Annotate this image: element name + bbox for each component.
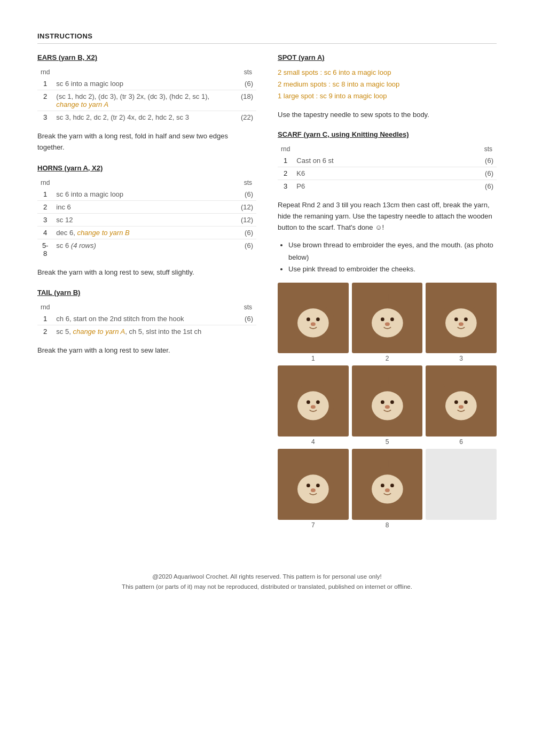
hedgehog-svg bbox=[357, 371, 418, 431]
hedgehog-svg bbox=[431, 288, 491, 348]
instruction-cell: sc 5, change to yarn A, ch 5, slst into … bbox=[53, 325, 235, 338]
svg-point-13 bbox=[390, 317, 394, 321]
spot-bullet-item: 1 large spot : sc 9 into a magic loop bbox=[278, 90, 497, 102]
rnd-num: 2 bbox=[37, 325, 53, 338]
scarf-inst-header bbox=[293, 144, 475, 154]
repeat-text: Repeat Rnd 2 and 3 till you reach 13cm t… bbox=[278, 200, 497, 233]
photo-placeholder bbox=[278, 283, 349, 354]
photo-grid: 1 bbox=[278, 283, 497, 529]
photo-num: 3 bbox=[459, 355, 463, 362]
table-row: 5-8 sc 6 (4 rows) (6) bbox=[37, 239, 256, 260]
photo-num: 6 bbox=[459, 438, 463, 446]
svg-point-44 bbox=[384, 406, 389, 409]
hedgehog-svg bbox=[283, 454, 343, 515]
sts-val bbox=[235, 325, 256, 338]
photo-cell: 7 bbox=[278, 449, 349, 529]
instruction-cell: dec 6, change to yarn B bbox=[53, 226, 235, 239]
tail-title: TAIL (yarn B) bbox=[37, 289, 256, 297]
svg-point-43 bbox=[390, 401, 394, 404]
svg-point-42 bbox=[381, 401, 384, 404]
hedgehog-svg bbox=[431, 371, 491, 431]
sts-val: (6) bbox=[235, 188, 256, 201]
svg-point-63 bbox=[316, 484, 320, 487]
instruction-cell: sc 3, hdc 2, dc 2, (tr 2) 4x, dc 2, hdc … bbox=[53, 111, 235, 124]
rnd-num: 5-8 bbox=[37, 239, 53, 260]
rnd-num: 1 bbox=[37, 188, 53, 201]
photo-num: 8 bbox=[386, 521, 389, 529]
svg-point-34 bbox=[311, 406, 316, 409]
photo-placeholder bbox=[352, 283, 423, 354]
ears-rnd-header: rnd bbox=[37, 67, 53, 77]
spot-bullet-item: 2 small spots : sc 6 into a magic loop bbox=[278, 67, 497, 79]
rnd-num: 1 bbox=[37, 77, 53, 90]
horns-inst-header bbox=[53, 177, 235, 188]
scarf-title: SCARF (yarn C, using Knitting Needles) bbox=[278, 130, 497, 138]
rnd-num: 4 bbox=[37, 226, 53, 239]
footer: @2020 Aquariwool Crochet. All rights res… bbox=[37, 572, 497, 593]
sts-val: (18) bbox=[235, 90, 256, 111]
instruction-cell: ch 6, start on the 2nd stitch from the h… bbox=[53, 313, 235, 325]
instruction-cell: sc 6 into a magic loop bbox=[53, 77, 235, 90]
photo-num: 2 bbox=[386, 355, 389, 362]
svg-point-62 bbox=[307, 484, 310, 487]
horns-break-text: Break the yarn with a long rest to sew, … bbox=[37, 267, 256, 278]
instruction-cell: P6 bbox=[293, 180, 475, 193]
svg-point-32 bbox=[307, 401, 310, 404]
horns-title: HORNS (yarn A, X2) bbox=[37, 164, 256, 172]
left-column: EARS (yarn B, X2) rnd sts 1 sc 6 into a … bbox=[37, 53, 256, 367]
svg-point-72 bbox=[381, 484, 384, 487]
table-row: 1 sc 6 into a magic loop (6) bbox=[37, 188, 256, 201]
instruction-cell: sc 6 into a magic loop bbox=[53, 188, 235, 201]
photo-placeholder bbox=[278, 365, 349, 437]
hedgehog-svg bbox=[283, 288, 343, 348]
tail-rnd-header: rnd bbox=[37, 302, 53, 313]
tail-inst-header bbox=[53, 302, 235, 313]
spot-title: SPOT (yarn A) bbox=[278, 53, 497, 61]
instruction-cell: sc 12 bbox=[53, 213, 235, 226]
photo-placeholder bbox=[352, 449, 423, 520]
svg-point-53 bbox=[464, 401, 468, 404]
table-row: 4 dec 6, change to yarn B (6) bbox=[37, 226, 256, 239]
spot-bullet-item: 2 medium spots : sc 8 into a magic loop bbox=[278, 79, 497, 90]
rnd-num: 2 bbox=[37, 200, 53, 213]
ears-break-text: Break the yarn with a long rest, fold in… bbox=[37, 131, 256, 153]
footer-line1: @2020 Aquariwool Crochet. All rights res… bbox=[37, 572, 497, 582]
hedgehog-svg bbox=[283, 371, 343, 431]
photo-num: 4 bbox=[311, 438, 315, 446]
hedgehog-svg bbox=[357, 454, 418, 515]
use-tapestry-text: Use the tapestry needle to sew spots to … bbox=[278, 110, 497, 121]
svg-point-52 bbox=[454, 401, 458, 404]
table-row: 1 sc 6 into a magic loop (6) bbox=[37, 77, 256, 90]
rnd-num: 2 bbox=[37, 90, 53, 111]
table-row: 3 P6 (6) bbox=[278, 180, 497, 193]
photo-placeholder bbox=[352, 365, 423, 437]
instruction-cell: sc 6 (4 rows) bbox=[53, 239, 235, 260]
final-bullet-list: Use brown thread to embroider the eyes, … bbox=[288, 239, 497, 275]
list-item: Use brown thread to embroider the eyes, … bbox=[288, 239, 497, 263]
rnd-num: 3 bbox=[37, 213, 53, 226]
sts-val: (12) bbox=[235, 213, 256, 226]
list-item: Use pink thread to embroider the cheeks. bbox=[288, 263, 497, 275]
sts-val: (6) bbox=[475, 180, 497, 193]
instruction-cell: K6 bbox=[293, 167, 475, 180]
instructions-title: INSTRUCTIONS bbox=[37, 32, 497, 44]
photo-placeholder-empty bbox=[426, 449, 497, 520]
tail-table: rnd sts 1 ch 6, start on the 2nd stitch … bbox=[37, 302, 256, 338]
photo-cell: 3 bbox=[426, 283, 497, 363]
sts-val: (6) bbox=[235, 226, 256, 239]
instruction-cell: inc 6 bbox=[53, 200, 235, 213]
photo-placeholder bbox=[278, 449, 349, 520]
table-row: 2 inc 6 (12) bbox=[37, 200, 256, 213]
sts-val: (6) bbox=[235, 77, 256, 90]
svg-point-23 bbox=[464, 317, 468, 321]
table-row: 3 sc 3, hdc 2, dc 2, (tr 2) 4x, dc 2, hd… bbox=[37, 111, 256, 124]
photo-num: 1 bbox=[311, 355, 315, 362]
svg-point-3 bbox=[316, 317, 320, 321]
photo-cell: 5 bbox=[352, 365, 423, 446]
rnd-num: 3 bbox=[37, 111, 53, 124]
sts-val: (6) bbox=[475, 167, 497, 180]
svg-point-33 bbox=[316, 401, 320, 404]
right-column: SPOT (yarn A) 2 small spots : sc 6 into … bbox=[278, 53, 497, 529]
sts-val: (12) bbox=[235, 200, 256, 213]
scarf-rnd-header: rnd bbox=[278, 144, 293, 154]
